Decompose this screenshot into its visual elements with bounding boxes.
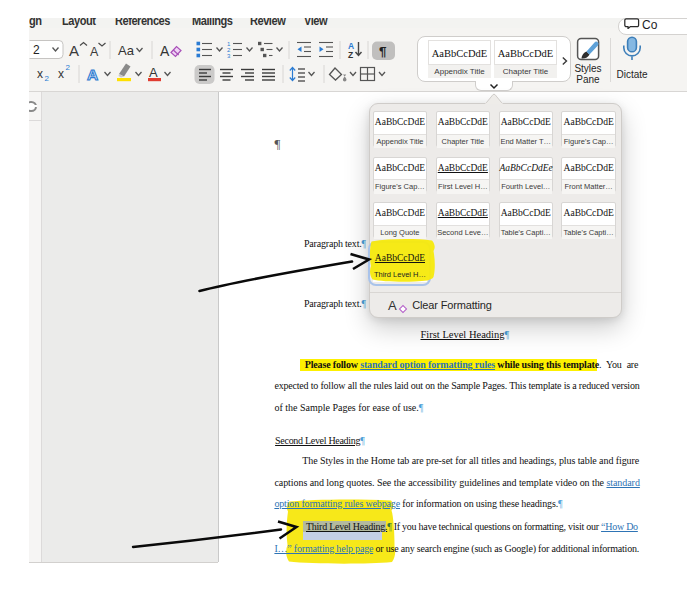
svg-text:2: 2 — [45, 74, 50, 83]
svg-text:A: A — [87, 66, 98, 83]
svg-text:Aa: Aa — [118, 43, 135, 58]
svg-text:3: 3 — [227, 53, 231, 59]
svg-text:A: A — [160, 43, 170, 59]
svg-text:x: x — [58, 67, 64, 81]
svg-text:A: A — [149, 65, 158, 80]
svg-text:2: 2 — [33, 43, 40, 57]
svg-text:A: A — [69, 42, 79, 59]
svg-text:2: 2 — [66, 63, 71, 72]
svg-text:Z: Z — [348, 50, 353, 60]
svg-text:x: x — [37, 67, 43, 81]
svg-text:¶: ¶ — [379, 44, 387, 59]
svg-text:A: A — [90, 45, 99, 59]
